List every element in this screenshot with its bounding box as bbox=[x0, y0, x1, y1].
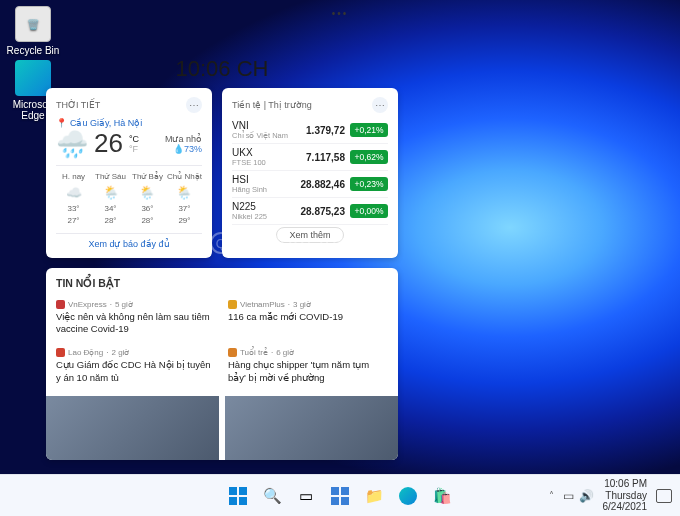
edge-button[interactable] bbox=[395, 483, 421, 509]
weather-title: THỜI TIẾT bbox=[56, 100, 100, 110]
cast-icon[interactable]: ▭ bbox=[563, 489, 574, 503]
stock-row[interactable]: VNIChỉ số Việt Nam 1.379,72 +0,21% bbox=[232, 117, 388, 144]
source-badge-icon bbox=[56, 348, 65, 357]
stocks-title: Tiền tệ | Thị trường bbox=[232, 100, 312, 110]
news-item[interactable]: VnExpress · 5 giờ Việc nên và không nên … bbox=[56, 295, 222, 344]
news-widget: TIN NỔI BẬT VnExpress · 5 giờ Việc nên v… bbox=[46, 268, 398, 460]
stock-row[interactable]: N225Nikkei 225 28.875,23 +0,00% bbox=[232, 198, 388, 225]
forecast-row: H. nay ☁️ 33° 27° Thứ Sáu 🌦️ 34° 28° Thứ… bbox=[56, 165, 202, 227]
tray-overflow-button[interactable]: ˄ bbox=[549, 490, 554, 501]
file-explorer-button[interactable]: 📁 bbox=[361, 483, 387, 509]
forecast-icon: ☁️ bbox=[56, 183, 91, 203]
desktop-icon-recycle-bin[interactable]: 🗑️ Recycle Bin bbox=[6, 6, 60, 56]
source-badge-icon bbox=[228, 348, 237, 357]
task-view-button[interactable]: ▭ bbox=[293, 483, 319, 509]
svg-rect-1 bbox=[239, 487, 247, 495]
news-item[interactable]: Tuổi trẻ · 6 giờ Hàng chục shipper 'tụm … bbox=[222, 343, 388, 392]
forecast-day[interactable]: Chủ Nhật 🌦️ 37° 29° bbox=[167, 171, 202, 227]
news-thumbnails bbox=[46, 396, 398, 460]
store-button[interactable]: 🛍️ bbox=[429, 483, 455, 509]
stock-row[interactable]: UKXFTSE 100 7.117,58 +0,62% bbox=[232, 144, 388, 171]
svg-rect-4 bbox=[331, 487, 339, 495]
forecast-icon: 🌦️ bbox=[167, 183, 202, 203]
search-button[interactable]: 🔍 bbox=[259, 483, 285, 509]
weather-full-forecast-link[interactable]: Xem dự báo đầy đủ bbox=[56, 233, 202, 249]
taskbar-clock[interactable]: 10:06 PM Thursday 6/24/2021 bbox=[603, 478, 648, 513]
location-icon: 📍 bbox=[56, 118, 67, 128]
widgets-clock: 10:06 CH bbox=[46, 56, 398, 82]
forecast-day[interactable]: Thứ Sáu 🌦️ 34° 28° bbox=[93, 171, 128, 227]
widget-menu-button[interactable]: ⋯ bbox=[372, 97, 388, 113]
droplet-icon: 💧 bbox=[173, 144, 184, 154]
desktop: ••• 🗑️ Recycle Bin Microsoft Edge 10:06 … bbox=[0, 0, 680, 474]
taskbar-center: 🔍 ▭ 📁 🛍️ bbox=[225, 483, 455, 509]
svg-rect-0 bbox=[229, 487, 237, 495]
svg-rect-6 bbox=[331, 497, 339, 505]
news-item[interactable]: VietnamPlus · 3 giờ 116 ca mắc mới COVID… bbox=[222, 295, 388, 344]
widgets-button[interactable] bbox=[327, 483, 353, 509]
source-badge-icon bbox=[56, 300, 65, 309]
system-tray: ˄ ▭ 🔊 10:06 PM Thursday 6/24/2021 bbox=[549, 478, 673, 513]
stock-change-badge: +0,21% bbox=[350, 123, 388, 137]
source-badge-icon bbox=[228, 300, 237, 309]
start-button[interactable] bbox=[225, 483, 251, 509]
current-temp: 26 bbox=[94, 128, 123, 159]
news-thumbnail[interactable] bbox=[225, 396, 398, 460]
forecast-day[interactable]: H. nay ☁️ 33° 27° bbox=[56, 171, 91, 227]
widget-menu-button[interactable]: ⋯ bbox=[186, 97, 202, 113]
svg-rect-7 bbox=[341, 497, 349, 505]
news-item[interactable]: Lao Động · 2 giờ Cựu Giám đốc CDC Hà Nội… bbox=[56, 343, 222, 392]
news-title: TIN NỔI BẬT bbox=[56, 277, 388, 289]
stock-row[interactable]: HSIHãng Sinh 28.882,46 +0,23% bbox=[232, 171, 388, 198]
recycle-bin-icon: 🗑️ bbox=[15, 6, 51, 42]
unit-fahrenheit[interactable]: °F bbox=[129, 144, 139, 154]
volume-icon[interactable]: 🔊 bbox=[579, 489, 594, 503]
condition-text: Mưa nhỏ bbox=[165, 134, 202, 144]
weather-location[interactable]: 📍 Cầu Giấy, Hà Nội bbox=[56, 118, 142, 128]
forecast-icon: 🌦️ bbox=[130, 183, 165, 203]
unit-celsius[interactable]: °C bbox=[129, 134, 139, 144]
stock-change-badge: +0,00% bbox=[350, 204, 388, 218]
svg-rect-5 bbox=[341, 487, 349, 495]
forecast-day[interactable]: Thứ Bảy 🌦️ 36° 28° bbox=[130, 171, 165, 227]
weather-condition-icon: 🌧️ bbox=[56, 131, 88, 157]
news-thumbnail[interactable] bbox=[46, 396, 219, 460]
svg-rect-3 bbox=[239, 497, 247, 505]
stock-change-badge: +0,62% bbox=[350, 150, 388, 164]
overflow-dots: ••• bbox=[332, 8, 349, 19]
notifications-button[interactable] bbox=[656, 489, 672, 503]
stock-change-badge: +0,23% bbox=[350, 177, 388, 191]
stocks-widget[interactable]: Tiền tệ | Thị trường ⋯ VNIChỉ số Việt Na… bbox=[222, 88, 398, 258]
weather-widget[interactable]: THỜI TIẾT ⋯ 📍 Cầu Giấy, Hà Nội 🌧️ 26 °C … bbox=[46, 88, 212, 258]
stocks-see-more-button[interactable]: Xem thêm bbox=[276, 227, 343, 243]
forecast-icon: 🌦️ bbox=[93, 183, 128, 203]
desktop-icon-label: Recycle Bin bbox=[6, 45, 60, 56]
svg-rect-2 bbox=[229, 497, 237, 505]
widgets-panel: 10:06 CH THỜI TIẾT ⋯ 📍 Cầu Giấy, Hà Nội … bbox=[46, 56, 398, 460]
taskbar: 🔍 ▭ 📁 🛍️ ˄ ▭ 🔊 10:06 PM Thursday 6/24/20… bbox=[0, 474, 680, 516]
